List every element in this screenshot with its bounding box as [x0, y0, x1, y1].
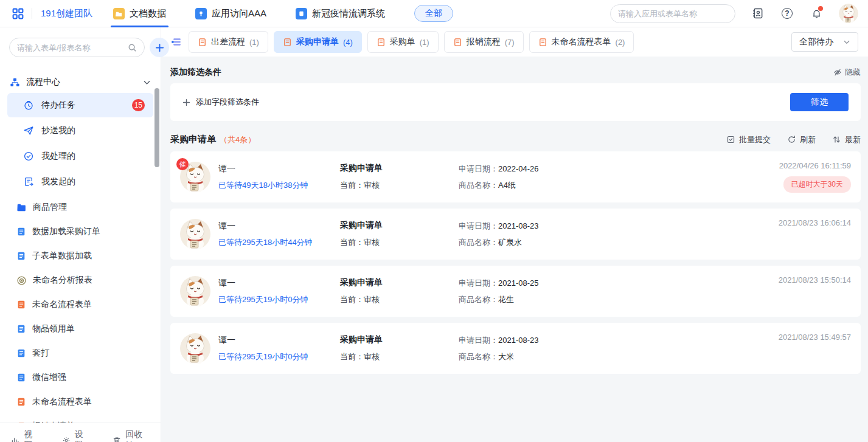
sidebar-item-started-by-me[interactable]: 我发起的	[7, 170, 153, 194]
batch-submit-button[interactable]: 批量提交	[726, 134, 771, 145]
global-search-input[interactable]	[618, 9, 725, 18]
doc-send-icon	[23, 176, 34, 187]
sidebar-form-item[interactable]: 套打	[0, 341, 161, 365]
sidebar-form-item[interactable]: 子表单数据加载	[0, 244, 161, 268]
sidebar-item-label: 抄送我的	[41, 125, 75, 136]
flow-tab-reimbursement[interactable]: 报销流程 (7)	[444, 31, 524, 53]
flow-tab-purchase-order[interactable]: 采购单 (1)	[367, 31, 439, 53]
product-label: 商品名称：	[459, 352, 498, 361]
hide-filter-link[interactable]: 隐藏	[833, 67, 861, 78]
filter-submit-button[interactable]: 筛选	[790, 93, 849, 111]
product-label: 商品名称：	[459, 181, 498, 190]
sidebar-item-cc-to-me[interactable]: 抄送我的	[7, 119, 153, 143]
sidebar-report-item[interactable]: 未命名分析报表	[0, 268, 161, 292]
task-card[interactable]: 催 谭一 已等待49天18小时38分钟 采购申请单 当前：审核 申请日期：202…	[170, 151, 861, 202]
filter-lines-icon[interactable]	[171, 36, 183, 48]
sidebar-scrollbar[interactable]	[155, 88, 159, 167]
sort-newest-button[interactable]: 最新	[832, 134, 861, 145]
sidebar-flow-form-item[interactable]: 未命名流程表单	[0, 390, 161, 414]
task-card[interactable]: 谭一 已等待295天19小时0分钟 采购申请单 当前：审核 申请日期：2021-…	[170, 266, 861, 317]
refresh-button[interactable]: 刷新	[787, 134, 816, 145]
product-value: 大米	[498, 352, 514, 361]
wait-duration: 已等待49天18小时38分钟	[218, 180, 340, 191]
settings-button[interactable]: 设置	[62, 429, 91, 442]
sidebar-form-item[interactable]: 微信增强	[0, 365, 161, 390]
trash-icon	[113, 436, 121, 442]
flow-tab-business-trip[interactable]: 出差流程 (1)	[189, 31, 268, 53]
sidebar-item-label: 数据加载采购订单	[32, 226, 100, 237]
sidebar-item-label: 我发起的	[41, 176, 75, 187]
sidebar-flow-form-item[interactable]: 未命名流程表单	[0, 292, 161, 317]
app-grid-icon[interactable]	[10, 5, 26, 21]
sort-icon	[832, 135, 841, 144]
date-label: 申请日期：	[459, 221, 498, 230]
app-tab-access[interactable]: 应用访问AAA	[195, 0, 266, 27]
applicant-name: 谭一	[218, 335, 340, 346]
current-step: 当前：审核	[340, 237, 459, 248]
sidebar-form-item[interactable]: 物品领用单	[0, 317, 161, 341]
scope-select-dropdown[interactable]: 全部待办	[791, 32, 858, 52]
sidebar: 流程中心 待办任务 15 抄送我的 我处理的	[0, 27, 161, 442]
wait-duration: 已等待295天19小时0分钟	[218, 351, 340, 362]
overdue-badge: 已超时大于30天	[783, 176, 851, 193]
chevron-down-icon	[843, 38, 850, 46]
main-panel: 出差流程 (1) 采购申请单 (4) 采购单 (1) 报销流程 (7) 未命名流…	[161, 27, 868, 442]
global-search[interactable]	[610, 4, 735, 23]
date-value: 2021-08-25	[498, 278, 539, 288]
date-value: 2021-08-23	[498, 336, 539, 345]
user-avatar[interactable]	[839, 4, 858, 23]
form-name: 采购申请单	[340, 334, 459, 345]
sidebar-section-process-center[interactable]: 流程中心	[0, 72, 161, 92]
plus-icon	[155, 43, 164, 52]
main-content: 添加筛选条件 隐藏 添加字段筛选条件 筛选 采购申请单 （共4条）	[161, 57, 868, 442]
task-card[interactable]: 谭一 已等待295天18小时44分钟 采购申请单 当前：审核 申请日期：2021…	[170, 209, 861, 260]
notification-bell-icon[interactable]	[810, 7, 823, 20]
add-field-filter-button[interactable]: 添加字段筛选条件	[182, 97, 259, 108]
product-value: 矿泉水	[498, 238, 522, 247]
form-icon	[16, 227, 26, 237]
flow-tab-purchase-request[interactable]: 采购申请单 (4)	[274, 31, 362, 53]
contacts-icon[interactable]	[751, 7, 765, 20]
submitted-time: 2022/04/26 16:11:59	[779, 161, 851, 170]
top-bar: 191创建团队 文档数据 应用访问AAA 新冠疫情流调系统 全部	[0, 0, 868, 27]
form-search[interactable]	[9, 38, 145, 57]
doc-app-icon	[113, 8, 125, 19]
task-card[interactable]: 谭一 已等待295天19小时0分钟 采购申请单 当前：审核 申请日期：2021-…	[170, 323, 861, 374]
sidebar-form-item[interactable]: 数据加载采购订单	[0, 219, 161, 244]
date-value: 2021-08-23	[498, 221, 539, 230]
sidebar-item-label: 未命名流程表单	[32, 396, 92, 407]
add-form-button[interactable]	[150, 38, 169, 57]
eye-off-icon	[833, 68, 842, 77]
views-button[interactable]: 视图	[11, 429, 40, 442]
sidebar-item-label: 微信增强	[32, 372, 66, 383]
product-label: 商品名称：	[459, 295, 498, 304]
all-apps-pill[interactable]: 全部	[414, 5, 453, 22]
applicant-avatar	[180, 333, 210, 364]
current-step: 当前：审核	[340, 180, 459, 191]
sidebar-item-todo[interactable]: 待办任务 15	[7, 93, 153, 117]
applicant-name: 谭一	[218, 221, 340, 232]
flow-tabs-row: 出差流程 (1) 采购申请单 (4) 采购单 (1) 报销流程 (7) 未命名流…	[161, 27, 868, 57]
wait-duration: 已等待295天18小时44分钟	[218, 237, 340, 248]
sidebar-folder-goods[interactable]: 商品管理	[0, 195, 161, 219]
recycle-bin-button[interactable]: 回收站	[113, 429, 150, 442]
team-name[interactable]: 191创建团队	[41, 8, 92, 19]
access-app-icon	[195, 8, 207, 19]
flow-form-icon	[16, 397, 26, 407]
urge-badge: 催	[176, 158, 189, 170]
flow-form-icon	[283, 38, 292, 47]
sidebar-item-handled-by-me[interactable]: 我处理的	[7, 144, 153, 168]
paper-plane-icon	[23, 125, 34, 136]
app-tab-covid[interactable]: 新冠疫情流调系统	[296, 0, 385, 27]
submitted-time: 2021/08/23 15:49:57	[779, 333, 851, 342]
flow-tab-unnamed-flow-form[interactable]: 未命名流程表单 (2)	[529, 31, 634, 53]
list-title: 采购申请单	[170, 134, 216, 145]
sidebar-item-label: 我处理的	[41, 151, 75, 162]
app-tab-docs[interactable]: 文档数据	[113, 0, 166, 27]
report-icon	[16, 275, 27, 286]
applicant-avatar	[180, 219, 210, 249]
flow-form-icon	[453, 38, 462, 47]
help-icon[interactable]: ?	[780, 7, 794, 20]
form-search-input[interactable]	[17, 43, 124, 52]
flow-form-icon	[377, 38, 386, 47]
